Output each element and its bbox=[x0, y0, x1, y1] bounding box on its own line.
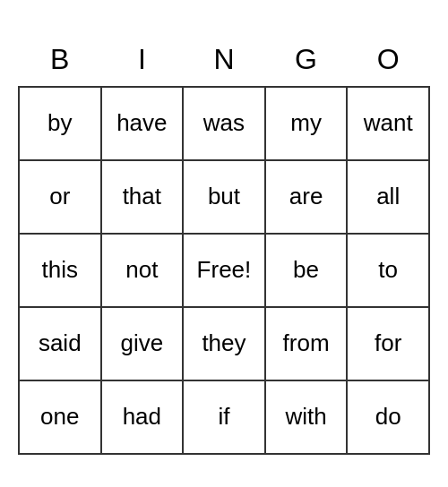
bingo-cell-r2-c1: not bbox=[101, 234, 184, 307]
bingo-cell-r4-c0: one bbox=[19, 380, 101, 454]
bingo-cell-r1-c0: or bbox=[19, 160, 101, 234]
bingo-cell-r1-c4: all bbox=[347, 160, 429, 234]
bingo-card: BINGO byhavewasmywantorthatbutareallthis… bbox=[18, 33, 430, 455]
bingo-cell-r3-c3: from bbox=[265, 307, 348, 380]
bingo-cell-r1-c1: that bbox=[101, 160, 184, 234]
bingo-row: byhavewasmywant bbox=[19, 87, 429, 160]
bingo-cell-r3-c0: said bbox=[19, 307, 101, 380]
bingo-header-i: I bbox=[101, 33, 184, 87]
bingo-cell-r4-c1: had bbox=[101, 380, 184, 454]
bingo-cell-r0-c2: was bbox=[183, 87, 265, 160]
bingo-cell-r1-c3: are bbox=[265, 160, 348, 234]
bingo-cell-r2-c0: this bbox=[19, 234, 101, 307]
bingo-header-o: O bbox=[347, 33, 429, 87]
bingo-header-b: B bbox=[19, 33, 101, 87]
bingo-cell-r0-c4: want bbox=[347, 87, 429, 160]
bingo-cell-r2-c3: be bbox=[265, 234, 348, 307]
bingo-cell-r0-c1: have bbox=[101, 87, 184, 160]
bingo-row: onehadifwithdo bbox=[19, 380, 429, 454]
bingo-cell-r3-c4: for bbox=[347, 307, 429, 380]
bingo-cell-r2-c2: Free! bbox=[183, 234, 265, 307]
bingo-row: saidgivetheyfromfor bbox=[19, 307, 429, 380]
bingo-cell-r0-c0: by bbox=[19, 87, 101, 160]
bingo-cell-r3-c2: they bbox=[183, 307, 265, 380]
bingo-cell-r4-c3: with bbox=[265, 380, 348, 454]
bingo-header-n: N bbox=[183, 33, 265, 87]
bingo-row: thisnotFree!beto bbox=[19, 234, 429, 307]
bingo-cell-r2-c4: to bbox=[347, 234, 429, 307]
bingo-row: orthatbutareall bbox=[19, 160, 429, 234]
bingo-cell-r4-c2: if bbox=[183, 380, 265, 454]
bingo-cell-r3-c1: give bbox=[101, 307, 184, 380]
bingo-cell-r4-c4: do bbox=[347, 380, 429, 454]
bingo-cell-r1-c2: but bbox=[183, 160, 265, 234]
bingo-header-g: G bbox=[265, 33, 348, 87]
bingo-cell-r0-c3: my bbox=[265, 87, 348, 160]
